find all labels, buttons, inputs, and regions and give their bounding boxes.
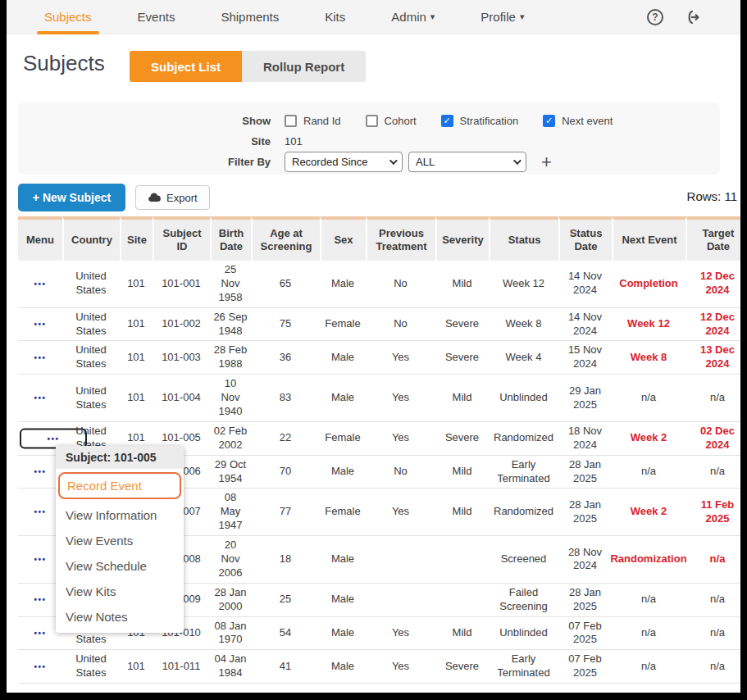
cell-status: Screened — [489, 536, 558, 583]
cell-prev-treatment — [366, 536, 435, 583]
cell-target-date: n/a — [686, 650, 740, 683]
checkbox-box-rand-id[interactable] — [285, 115, 297, 127]
row-menu-button-101-007[interactable]: ••• — [27, 504, 52, 520]
cell-sex: Male — [320, 584, 366, 616]
cell-next-event: n/a — [612, 617, 686, 650]
row-menu-button-101-002[interactable]: ••• — [27, 316, 52, 332]
cell-prev-treatment: Yes — [366, 422, 435, 455]
cell-sex: Male — [320, 375, 366, 421]
filter-select-value: Recorded Since — [292, 156, 368, 168]
cell-menu: ••• — [18, 375, 62, 421]
chevron-down-icon — [513, 157, 522, 165]
export-button[interactable]: Export — [135, 185, 210, 210]
nav-item-subjects[interactable]: Subjects — [44, 0, 92, 34]
cell-subject-id: 101-001 — [153, 261, 210, 307]
cell-age: 77 — [251, 489, 320, 535]
filter-by-label: Filter By — [18, 156, 271, 168]
help-icon[interactable]: ? — [647, 9, 663, 25]
checkbox-next-event[interactable]: ✓Next event — [543, 115, 613, 127]
row-menu-button-101-003[interactable]: ••• — [27, 350, 52, 366]
app-window: SubjectsEventsShipmentsKitsAdmin▾Profile… — [7, 0, 740, 693]
row-menu-button-101-010[interactable]: ••• — [27, 625, 52, 641]
checkbox-cohort[interactable]: Cohort — [366, 115, 417, 127]
cell-menu: ••• — [18, 308, 62, 341]
add-filter-button[interactable]: + — [541, 153, 552, 171]
cell-country: United States — [62, 261, 120, 307]
row-menu-button-101-001[interactable]: ••• — [27, 276, 52, 292]
cell-prev-treatment: Yes — [366, 375, 435, 421]
column-header-menu: Menu — [18, 216, 62, 261]
column-header-status: Status — [489, 216, 558, 261]
cell-target-date: n/a — [686, 536, 740, 583]
column-header-country: Country — [62, 216, 120, 261]
cell-target-date: n/a — [686, 375, 740, 421]
nav-item-profile[interactable]: Profile▾ — [481, 0, 524, 34]
cell-subject-id: 101-003 — [153, 341, 210, 374]
cell-target-date: n/a — [686, 584, 740, 616]
row-menu-button-101-006[interactable]: ••• — [27, 464, 52, 480]
row-menu-button-101-009[interactable]: ••• — [27, 592, 52, 607]
context-menu-item-view-information[interactable]: View Information — [56, 502, 184, 528]
context-menu-item-view-notes[interactable]: View Notes — [56, 604, 184, 630]
checkbox-label: Stratification — [460, 115, 519, 127]
column-header-birth-date: Birth Date — [210, 216, 251, 261]
top-navbar: SubjectsEventsShipmentsKitsAdmin▾Profile… — [7, 0, 740, 34]
cell-status: Week 12 — [489, 261, 558, 307]
filter-select-2[interactable]: ALL — [408, 152, 526, 172]
column-header-status-date: Status Date — [558, 216, 612, 261]
page-title: Subjects — [23, 51, 105, 76]
checkbox-rand-id[interactable]: Rand Id — [285, 115, 341, 127]
cell-severity: Mild — [435, 375, 489, 421]
checkbox-box-stratification[interactable]: ✓ — [441, 115, 453, 127]
cell-next-event: Week 12 — [612, 308, 686, 341]
column-header-age-at-screening: Age at Screening — [251, 216, 320, 261]
nav-item-events[interactable]: Events — [138, 0, 175, 34]
nav-item-kits[interactable]: Kits — [325, 0, 345, 34]
nav-item-admin[interactable]: Admin▾ — [391, 0, 435, 34]
cell-severity: Mild — [435, 456, 489, 489]
context-menu-item-view-kits[interactable]: View Kits — [56, 579, 184, 604]
cell-sex: Female — [320, 422, 366, 455]
table-row-101-002: •••United States101101-00226 Sep 194875F… — [18, 308, 740, 342]
cell-prev-treatment: No — [366, 261, 435, 307]
cell-status-date: 29 Jan 2025 — [558, 375, 612, 421]
context-menu-item-view-events[interactable]: View Events — [56, 528, 184, 553]
cell-next-event: n/a — [612, 650, 686, 683]
cell-status: Early Terminated — [489, 650, 558, 683]
cell-sex: Male — [320, 341, 366, 374]
cell-birth-date: 08 Jan 1970 — [210, 617, 251, 650]
context-menu-item-record-event[interactable]: Record Event — [58, 472, 181, 499]
cell-next-event: Completion — [612, 261, 686, 307]
cell-country: United States — [62, 308, 120, 341]
cell-target-date: 02 Dec 2024 — [686, 422, 740, 455]
row-menu-button-101-008[interactable]: ••• — [27, 552, 52, 567]
checkbox-box-cohort[interactable] — [366, 115, 378, 127]
cell-birth-date: 08 May 1947 — [210, 489, 251, 535]
tab-subject-list[interactable]: Subject List — [130, 51, 242, 82]
cell-target-date: 12 Dec 2024 — [686, 261, 740, 307]
table-row-101-011: •••United States101101-01104 Jan 198441M… — [18, 650, 740, 684]
filter-select-1[interactable]: Recorded Since — [285, 152, 403, 172]
row-menu-button-101-004[interactable]: ••• — [27, 390, 52, 406]
cell-age: 41 — [251, 650, 320, 683]
nav-item-shipments[interactable]: Shipments — [221, 0, 279, 34]
context-menu-item-view-schedule[interactable]: View Schedule — [56, 553, 184, 579]
table-row-101-004: •••United States101101-00410 Nov 194083M… — [18, 375, 740, 422]
filter-panel: Show Rand IdCohort✓Stratification✓Next e… — [18, 102, 720, 175]
cell-country: United States — [62, 341, 120, 374]
cell-status-date: 07 Feb 2025 — [558, 617, 612, 650]
logout-icon[interactable] — [685, 9, 703, 25]
cell-status: Unblinded — [489, 617, 558, 650]
new-subject-button[interactable]: + New Subject — [18, 184, 125, 211]
cell-target-date: 12 Dec 2024 — [686, 308, 740, 341]
column-header-target-date: Target Date — [686, 216, 740, 261]
tab-rollup-report[interactable]: Rollup Report — [242, 51, 366, 82]
cell-birth-date: 20 Nov 2006 — [210, 536, 251, 583]
rows-count: Rows: 11 — [687, 189, 737, 203]
cell-severity — [435, 536, 489, 583]
cell-target-date: 11 Feb 2025 — [686, 489, 740, 535]
site-value: 101 — [285, 135, 303, 148]
checkbox-stratification[interactable]: ✓Stratification — [441, 115, 519, 127]
checkbox-box-next-event[interactable]: ✓ — [543, 115, 555, 127]
row-menu-button-101-011[interactable]: ••• — [27, 659, 52, 675]
